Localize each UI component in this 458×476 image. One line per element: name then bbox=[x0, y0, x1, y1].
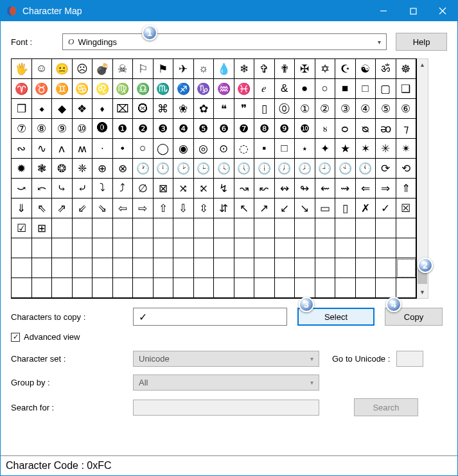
char-cell[interactable]: ❞ bbox=[234, 99, 255, 119]
char-cell[interactable] bbox=[376, 278, 396, 298]
char-cell[interactable]: · bbox=[92, 139, 113, 159]
char-cell[interactable] bbox=[214, 258, 234, 278]
char-cell[interactable]: ☒ bbox=[396, 198, 417, 218]
char-cell[interactable]: ❀ bbox=[173, 99, 194, 119]
char-cell[interactable]: ❈ bbox=[73, 159, 93, 179]
char-cell[interactable]: ☪ bbox=[335, 59, 356, 79]
char-cell[interactable]: ❑ bbox=[396, 79, 417, 99]
char-cell[interactable]: ♎ bbox=[133, 79, 154, 99]
char-cell[interactable]: ⁊ bbox=[396, 119, 417, 139]
char-cell[interactable]: ᴔ bbox=[376, 119, 396, 139]
char-cell[interactable] bbox=[113, 218, 134, 238]
char-cell[interactable] bbox=[214, 278, 234, 298]
char-cell[interactable]: ○ bbox=[133, 139, 154, 159]
char-cell[interactable] bbox=[295, 278, 315, 298]
char-cell[interactable]: 🕗 bbox=[295, 159, 315, 179]
char-cell[interactable] bbox=[32, 238, 53, 258]
char-cell[interactable]: ▪ bbox=[254, 139, 275, 159]
char-cell[interactable] bbox=[234, 238, 255, 258]
char-cell[interactable] bbox=[275, 238, 295, 258]
char-cell[interactable]: ⤨ bbox=[173, 179, 194, 198]
char-cell[interactable]: ♈ bbox=[12, 79, 32, 99]
char-cell[interactable] bbox=[52, 278, 73, 298]
char-cell[interactable]: ♌ bbox=[92, 79, 113, 99]
char-cell[interactable]: ↝ bbox=[234, 179, 255, 198]
char-cell[interactable]: ⇓ bbox=[12, 198, 32, 218]
characters-to-copy-input[interactable] bbox=[133, 308, 287, 326]
char-cell[interactable]: ⊠ bbox=[154, 179, 174, 198]
char-cell[interactable] bbox=[73, 258, 93, 278]
char-cell[interactable]: ॐ bbox=[376, 59, 396, 79]
char-cell[interactable] bbox=[32, 278, 53, 298]
char-cell[interactable]: 😐 bbox=[52, 59, 73, 79]
char-cell[interactable]: ❿ bbox=[295, 119, 315, 139]
char-cell[interactable]: ♏ bbox=[154, 79, 174, 99]
char-cell[interactable] bbox=[315, 218, 336, 238]
char-cell[interactable]: ⟲ bbox=[396, 159, 417, 179]
char-cell[interactable] bbox=[376, 218, 396, 238]
char-cell[interactable]: ⇘ bbox=[92, 198, 113, 218]
char-cell[interactable]: ◉ bbox=[173, 139, 194, 159]
char-cell[interactable]: ᴕ bbox=[315, 119, 336, 139]
char-cell[interactable]: ⤴ bbox=[113, 179, 134, 198]
char-cell[interactable]: ✶ bbox=[356, 139, 376, 159]
char-cell[interactable]: ⇗ bbox=[52, 198, 73, 218]
char-cell[interactable]: ⇧ bbox=[154, 198, 174, 218]
char-cell[interactable]: ⤶ bbox=[73, 179, 93, 198]
char-cell[interactable]: ❻ bbox=[214, 119, 234, 139]
char-cell[interactable] bbox=[295, 238, 315, 258]
char-cell[interactable]: ⓪ bbox=[275, 99, 295, 119]
char-cell[interactable] bbox=[194, 278, 215, 298]
groupby-select[interactable]: All ▾ bbox=[133, 375, 319, 391]
char-cell[interactable]: 🕚 bbox=[356, 159, 376, 179]
char-cell[interactable]: ❒ bbox=[12, 99, 32, 119]
goto-unicode-input[interactable] bbox=[396, 351, 423, 367]
font-select[interactable]: O Wingdings ▾ bbox=[62, 33, 387, 50]
char-cell[interactable]: ⊕ bbox=[92, 159, 113, 179]
char-cell[interactable] bbox=[234, 258, 255, 278]
char-cell[interactable] bbox=[356, 238, 376, 258]
char-cell[interactable] bbox=[335, 218, 356, 238]
char-cell[interactable]: ↜ bbox=[254, 179, 275, 198]
char-cell[interactable] bbox=[173, 218, 194, 238]
char-cell[interactable]: ❂ bbox=[52, 159, 73, 179]
char-cell[interactable]: ♓ bbox=[234, 79, 255, 99]
char-cell[interactable]: ⇖ bbox=[32, 198, 53, 218]
char-cell[interactable]: ❶ bbox=[113, 119, 134, 139]
char-cell[interactable]: ⟳ bbox=[376, 159, 396, 179]
char-cell[interactable] bbox=[315, 278, 336, 298]
char-cell[interactable]: ✈ bbox=[173, 59, 194, 79]
char-cell[interactable]: ⤪ bbox=[194, 179, 215, 198]
char-cell[interactable] bbox=[173, 278, 194, 298]
char-cell[interactable]: 🖐 bbox=[12, 59, 32, 79]
char-cell[interactable] bbox=[275, 218, 295, 238]
char-cell[interactable]: ↖ bbox=[234, 198, 255, 218]
char-cell[interactable]: 🕒 bbox=[194, 159, 215, 179]
char-cell[interactable]: 💣 bbox=[92, 59, 113, 79]
char-cell[interactable] bbox=[214, 238, 234, 258]
char-cell[interactable] bbox=[154, 238, 174, 258]
char-cell[interactable]: ⚐ bbox=[133, 59, 154, 79]
char-cell[interactable]: ⚑ bbox=[154, 59, 174, 79]
char-cell[interactable]: ⇨ bbox=[133, 198, 154, 218]
char-cell[interactable]: 🕕 bbox=[254, 159, 275, 179]
char-cell[interactable] bbox=[133, 258, 154, 278]
char-cell[interactable]: ✡ bbox=[315, 59, 336, 79]
char-cell[interactable]: ❺ bbox=[194, 119, 215, 139]
char-cell[interactable]: ⑥ bbox=[396, 99, 417, 119]
char-cell[interactable]: ⇒ bbox=[376, 179, 396, 198]
char-cell[interactable] bbox=[315, 238, 336, 258]
char-cell[interactable] bbox=[113, 238, 134, 258]
char-cell[interactable]: ⮿ bbox=[133, 99, 154, 119]
search-input[interactable] bbox=[133, 400, 319, 416]
char-cell[interactable]: ⑦ bbox=[12, 119, 32, 139]
char-cell[interactable]: ♉ bbox=[32, 79, 53, 99]
char-cell[interactable] bbox=[254, 258, 275, 278]
char-cell[interactable] bbox=[113, 278, 134, 298]
char-cell[interactable]: ʌ bbox=[52, 139, 73, 159]
char-cell[interactable] bbox=[73, 218, 93, 238]
char-cell[interactable] bbox=[194, 218, 215, 238]
char-cell[interactable] bbox=[214, 218, 234, 238]
char-cell[interactable]: ⇝ bbox=[335, 179, 356, 198]
char-cell[interactable]: ★ bbox=[335, 139, 356, 159]
